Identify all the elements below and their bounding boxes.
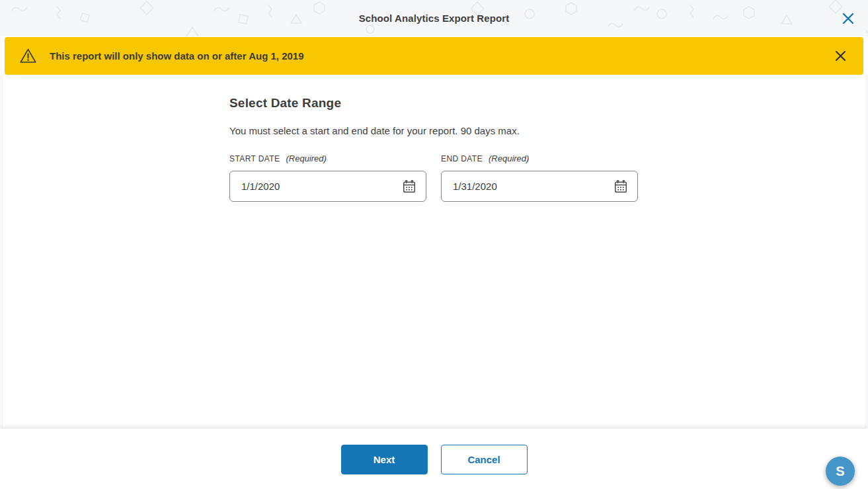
support-chat-button[interactable]: S bbox=[826, 457, 855, 486]
page-background-gutter-left bbox=[0, 75, 3, 428]
calendar-icon bbox=[401, 179, 417, 195]
close-icon bbox=[842, 13, 854, 24]
date-fields-row: START DATE (Required) bbox=[229, 154, 639, 202]
date-range-form: Select Date Range You must select a star… bbox=[229, 95, 639, 202]
start-date-input[interactable] bbox=[229, 171, 426, 202]
end-date-input-wrap bbox=[441, 171, 638, 202]
close-icon bbox=[835, 50, 846, 62]
start-date-label: START DATE bbox=[229, 154, 280, 163]
modal-header: School Analytics Export Report bbox=[0, 0, 868, 36]
warning-banner: This report will only show data on or af… bbox=[5, 37, 863, 75]
warning-banner-text: This report will only show data on or af… bbox=[50, 50, 304, 62]
support-chat-label: S bbox=[836, 464, 844, 479]
page-title: Select Date Range bbox=[229, 95, 639, 112]
modal-title: School Analytics Export Report bbox=[359, 13, 509, 24]
end-date-field: END DATE (Required) bbox=[441, 154, 638, 202]
end-date-label: END DATE bbox=[441, 154, 483, 163]
end-date-calendar-button[interactable] bbox=[610, 176, 631, 197]
start-date-calendar-button[interactable] bbox=[399, 176, 420, 197]
start-date-label-row: START DATE (Required) bbox=[229, 154, 426, 163]
warning-banner-close-button[interactable] bbox=[830, 46, 850, 66]
end-date-input[interactable] bbox=[441, 171, 638, 202]
start-date-input-wrap bbox=[229, 171, 426, 202]
end-date-label-row: END DATE (Required) bbox=[441, 154, 638, 163]
warning-triangle-icon bbox=[19, 48, 38, 65]
form-description: You must select a start and end date for… bbox=[229, 124, 639, 138]
page-background-gutter-right bbox=[865, 75, 868, 428]
cancel-button[interactable]: Cancel bbox=[441, 445, 528, 474]
modal-footer: Next Cancel bbox=[0, 429, 868, 489]
calendar-icon bbox=[613, 179, 629, 195]
end-date-required-note: (Required) bbox=[489, 154, 529, 163]
start-date-required-note: (Required) bbox=[286, 154, 326, 163]
modal-close-button[interactable] bbox=[839, 9, 857, 28]
start-date-field: START DATE (Required) bbox=[229, 154, 426, 202]
next-button[interactable]: Next bbox=[341, 445, 428, 474]
